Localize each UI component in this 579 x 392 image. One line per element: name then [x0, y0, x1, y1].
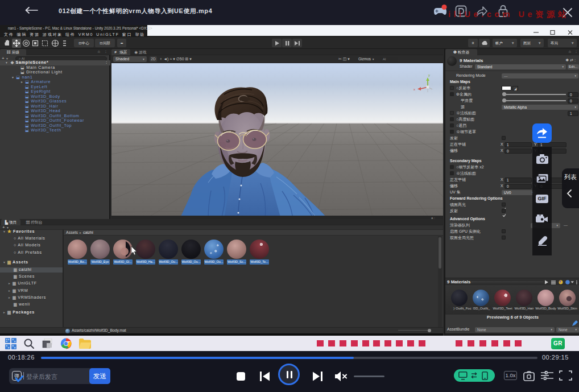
svg-text:x: x — [413, 88, 415, 91]
svg-text:y: y — [428, 73, 430, 77]
